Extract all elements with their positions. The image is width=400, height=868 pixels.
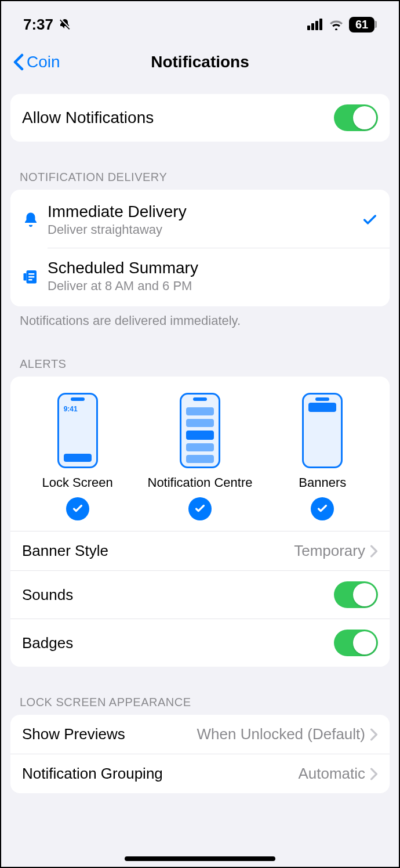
check-circle-icon[interactable] (66, 497, 89, 520)
immediate-delivery-sub: Deliver straightaway (48, 222, 362, 237)
svg-rect-5 (319, 19, 322, 30)
allow-notifications-label: Allow Notifications (22, 108, 334, 127)
battery-percent: 61 (355, 18, 368, 31)
notification-centre-preview-icon (180, 393, 220, 468)
alert-option-notification-centre[interactable]: Notification Centre (139, 393, 261, 520)
chevron-right-icon (370, 545, 378, 558)
allow-notifications-row: Allow Notifications (10, 94, 390, 142)
alerts-options: 9:41 Lock Screen Notification (10, 377, 390, 531)
scheduled-summary-title: Scheduled Summary (48, 259, 378, 277)
svg-rect-2 (307, 26, 310, 30)
cellular-signal-icon (307, 19, 323, 30)
check-circle-icon[interactable] (188, 497, 212, 520)
svg-rect-8 (28, 273, 34, 275)
delivery-footer: Notifications are delivered immediately. (10, 306, 390, 328)
chevron-left-icon (13, 53, 24, 71)
home-indicator[interactable] (125, 856, 275, 861)
notification-grouping-value: Automatic (170, 765, 365, 783)
alert-label: Banners (299, 475, 346, 490)
sounds-toggle[interactable] (334, 581, 378, 608)
svg-rect-4 (315, 21, 318, 30)
delivery-header: NOTIFICATION DELIVERY (10, 153, 390, 190)
alert-label: Notification Centre (148, 475, 253, 490)
sounds-row: Sounds (10, 570, 390, 619)
svg-rect-10 (28, 279, 32, 281)
status-time: 7:37 (23, 16, 53, 34)
banner-style-value: Temporary (294, 542, 365, 560)
badges-row: Badges (10, 619, 390, 667)
wifi-icon (328, 19, 344, 30)
lockscreen-header: LOCK SCREEN APPEARANCE (10, 678, 390, 715)
silent-icon (58, 17, 72, 31)
scheduled-summary-sub: Deliver at 8 AM and 6 PM (48, 279, 378, 294)
svg-rect-7 (24, 273, 27, 281)
alerts-header: ALERTS (10, 340, 390, 377)
immediate-delivery-row[interactable]: Immediate Delivery Deliver straightaway (10, 190, 390, 248)
banner-style-label: Banner Style (22, 542, 294, 560)
notification-grouping-row[interactable]: Notification Grouping Automatic (10, 754, 390, 793)
back-label: Coin (27, 53, 60, 71)
immediate-delivery-title: Immediate Delivery (48, 202, 362, 221)
page-title: Notifications (151, 53, 249, 71)
chevron-right-icon (370, 768, 378, 780)
chevron-right-icon (370, 728, 378, 741)
svg-rect-3 (311, 23, 314, 30)
lockscreen-preview-icon: 9:41 (57, 393, 98, 468)
banners-preview-icon (302, 393, 343, 468)
status-bar: 7:37 61 (1, 1, 399, 42)
check-circle-icon[interactable] (311, 497, 334, 520)
notification-grouping-label: Notification Grouping (22, 765, 163, 783)
alert-label: Lock Screen (42, 475, 113, 490)
alert-option-lockscreen[interactable]: 9:41 Lock Screen (16, 393, 139, 520)
status-right: 61 (307, 17, 377, 32)
allow-notifications-toggle[interactable] (334, 104, 378, 131)
scheduled-summary-row[interactable]: Scheduled Summary Deliver at 8 AM and 6 … (10, 248, 390, 306)
bell-icon (22, 211, 39, 229)
battery-icon: 61 (349, 17, 377, 32)
svg-rect-9 (28, 276, 34, 278)
summary-icon (22, 267, 39, 285)
nav-bar: Coin Notifications (1, 42, 399, 82)
sounds-label: Sounds (22, 586, 334, 604)
badges-label: Badges (22, 634, 334, 652)
checkmark-icon (362, 212, 378, 228)
show-previews-label: Show Previews (22, 725, 125, 743)
show-previews-value: When Unlocked (Default) (132, 725, 365, 743)
banner-style-row[interactable]: Banner Style Temporary (10, 531, 390, 570)
back-button[interactable]: Coin (13, 53, 60, 71)
show-previews-row[interactable]: Show Previews When Unlocked (Default) (10, 715, 390, 754)
alert-option-banners[interactable]: Banners (261, 393, 384, 520)
badges-toggle[interactable] (334, 630, 378, 656)
status-left: 7:37 (23, 16, 72, 34)
